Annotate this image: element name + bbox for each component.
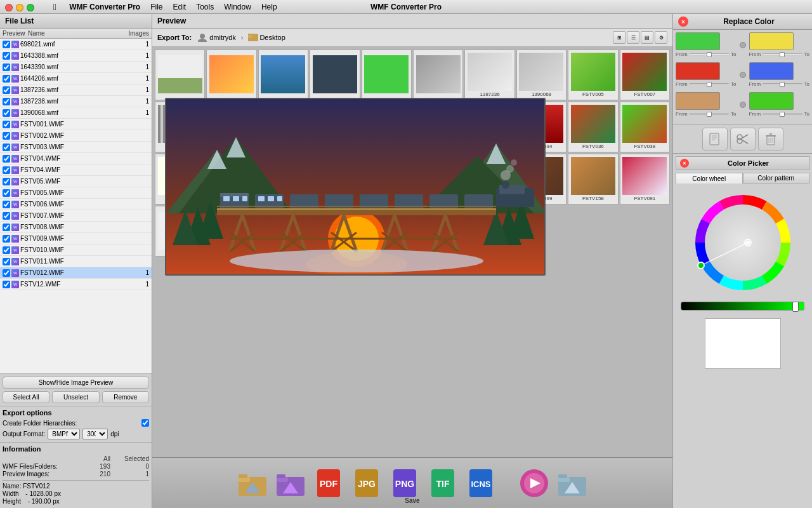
- view-options-button[interactable]: ⚙: [655, 31, 667, 44]
- preview-grid-container[interactable]: 13872361390068FSTV005FSTV007FSTV05FSTV13…: [152, 47, 672, 457]
- file-item-checkbox[interactable]: [3, 224, 10, 231]
- view-list-button[interactable]: ☰: [627, 31, 639, 44]
- from-color-2[interactable]: [676, 62, 720, 80]
- preview-cell[interactable]: FSTV158: [568, 154, 618, 204]
- file-item-checkbox[interactable]: [3, 246, 10, 254]
- page-action-button[interactable]: [702, 128, 728, 150]
- file-list-item[interactable]: W1387236.wmf1: [0, 84, 152, 96]
- file-item-checkbox[interactable]: [3, 258, 10, 265]
- color-wheel-svg[interactable]: [689, 189, 797, 297]
- jpg-button[interactable]: JPG: [349, 464, 384, 502]
- file-item-checkbox[interactable]: [3, 281, 10, 288]
- file-list-item[interactable]: WFSTV010.WMF: [0, 244, 152, 256]
- maximize-button[interactable]: [27, 4, 34, 11]
- preview-cell[interactable]: FSTV038: [620, 102, 670, 152]
- file-item-checkbox[interactable]: [3, 178, 10, 185]
- menu-window[interactable]: Window: [224, 3, 251, 11]
- preview-cell[interactable]: [413, 50, 463, 100]
- file-list-item[interactable]: WFSTV007.WMF: [0, 210, 152, 222]
- file-item-checkbox[interactable]: [3, 41, 10, 48]
- scissors-action-button[interactable]: [730, 128, 756, 150]
- file-item-checkbox[interactable]: [3, 109, 10, 117]
- color-picker-close[interactable]: ×: [680, 159, 689, 168]
- open-folder-button[interactable]: [235, 464, 270, 502]
- preview-cell[interactable]: FSTV007: [620, 50, 670, 100]
- menu-help[interactable]: Help: [261, 3, 277, 11]
- color-row-3-dot[interactable]: [740, 102, 746, 108]
- file-item-checkbox[interactable]: [3, 52, 10, 60]
- preview-cell[interactable]: [258, 50, 308, 100]
- path-user-segment[interactable]: dmitrydk: [197, 33, 236, 42]
- to-slider-1[interactable]: [780, 52, 785, 57]
- file-list-item[interactable]: WFSTV005.WMF: [0, 187, 152, 199]
- green-slider-track[interactable]: [681, 302, 804, 311]
- preview-cell[interactable]: 1390068: [516, 50, 566, 100]
- file-list-item[interactable]: WFSTV012.WMF1: [0, 267, 152, 279]
- color-row-1-dot[interactable]: [740, 42, 746, 48]
- file-list-item[interactable]: WFSTV006.WMF: [0, 199, 152, 210]
- to-color-3[interactable]: [749, 92, 794, 110]
- file-list-item[interactable]: WFSTV04.WMF: [0, 164, 152, 176]
- view-detail-button[interactable]: ▤: [641, 31, 653, 44]
- file-list-item[interactable]: W1643388.wmf1: [0, 50, 152, 62]
- show-hide-preview-button[interactable]: Show/Hide Image Preview: [3, 377, 149, 389]
- from-color-3[interactable]: [676, 92, 720, 110]
- file-item-checkbox[interactable]: [3, 86, 10, 94]
- file-list-item[interactable]: WFSTV003.WMF: [0, 142, 152, 153]
- file-list-item[interactable]: W1390068.wmf1: [0, 107, 152, 119]
- preview-cell[interactable]: FSTV005: [568, 50, 618, 100]
- file-item-checkbox[interactable]: [3, 212, 10, 220]
- to-color-2[interactable]: [749, 62, 794, 80]
- unselect-button[interactable]: Unselect: [52, 391, 99, 403]
- dpi-select[interactable]: 300: [82, 429, 108, 439]
- select-all-button[interactable]: Select All: [3, 391, 49, 403]
- file-item-checkbox[interactable]: [3, 235, 10, 243]
- apple-menu[interactable]: : [53, 2, 56, 12]
- remove-button[interactable]: Remove: [102, 391, 149, 403]
- pdf-button[interactable]: PDF: [311, 464, 346, 502]
- file-list-item[interactable]: WFSTV04.WMF: [0, 153, 152, 164]
- preview-cell[interactable]: [362, 50, 412, 100]
- format-select[interactable]: BMPf: [48, 429, 80, 439]
- file-list-item[interactable]: WFSTV05.WMF: [0, 176, 152, 187]
- file-item-checkbox[interactable]: [3, 155, 10, 163]
- icns-button[interactable]: ICNS: [463, 464, 499, 502]
- preview-cell[interactable]: [310, 50, 360, 100]
- path-folder-segment[interactable]: Desktop: [248, 34, 285, 41]
- file-list-item[interactable]: WFSTV002.WMF: [0, 130, 152, 142]
- file-list-item[interactable]: WFSTV008.WMF: [0, 222, 152, 233]
- from-slider-2[interactable]: [707, 82, 712, 87]
- action-button[interactable]: [516, 464, 552, 502]
- to-slider-3[interactable]: [780, 112, 785, 117]
- file-list-item[interactable]: WFSTV009.WMF: [0, 233, 152, 244]
- file-item-checkbox[interactable]: [3, 132, 10, 140]
- tab-color-wheel[interactable]: Color wheel: [676, 173, 743, 184]
- minimize-button[interactable]: [16, 4, 23, 11]
- from-slider-3[interactable]: [707, 112, 712, 117]
- to-color-1[interactable]: [749, 32, 794, 50]
- file-item-checkbox[interactable]: [3, 75, 10, 83]
- file-item-checkbox[interactable]: [3, 189, 10, 197]
- replace-color-close[interactable]: ×: [678, 17, 688, 27]
- green-slider-thumb[interactable]: [792, 302, 799, 312]
- preview-cell[interactable]: FSTV091: [620, 154, 670, 204]
- file-list-item[interactable]: W1387238.wmf1: [0, 96, 152, 107]
- preview-cell[interactable]: 1387236: [464, 50, 514, 100]
- info-button[interactable]: [554, 464, 590, 502]
- file-item-checkbox[interactable]: [3, 121, 10, 128]
- preview-cell[interactable]: [155, 50, 205, 100]
- file-item-checkbox[interactable]: [3, 64, 10, 71]
- preview-cell[interactable]: [206, 50, 256, 100]
- tif-button[interactable]: TIF: [425, 464, 461, 502]
- from-slider-1[interactable]: [707, 52, 712, 57]
- tab-color-pattern[interactable]: Color pattern: [743, 173, 810, 184]
- file-list-items[interactable]: W698021.wmf1W1643388.wmf1W1643390.wmf1W1…: [0, 39, 152, 373]
- menu-edit[interactable]: Edit: [173, 3, 186, 11]
- file-list-item[interactable]: WFSTV001.WMF: [0, 119, 152, 130]
- file-list-item[interactable]: WFSTV12.WMF1: [0, 279, 152, 290]
- color-row-2-dot[interactable]: [740, 72, 746, 78]
- file-item-checkbox[interactable]: [3, 144, 10, 151]
- create-folder-checkbox[interactable]: [141, 419, 149, 427]
- file-item-checkbox[interactable]: [3, 98, 10, 105]
- view-grid-button[interactable]: ⊞: [613, 31, 625, 44]
